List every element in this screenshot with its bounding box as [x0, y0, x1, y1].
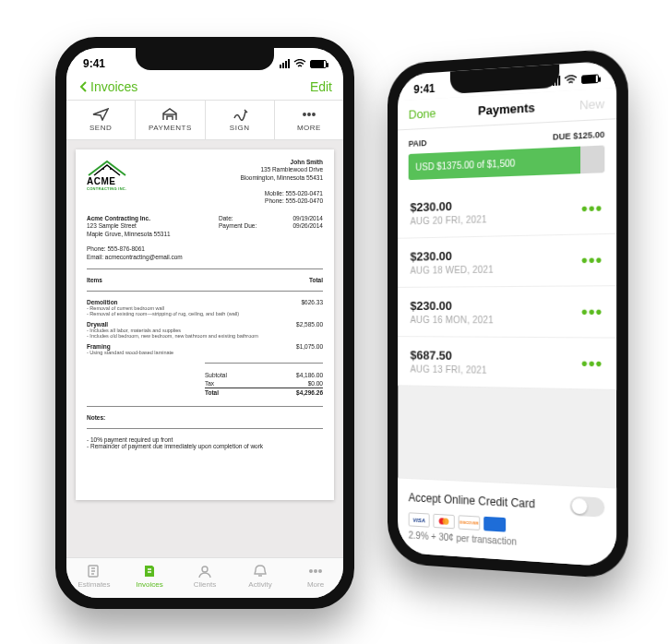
invoice-document[interactable]: ACME CONTRACTING INC. John Smith 135 Ram… [76, 149, 334, 500]
tax-value: $0.00 [308, 380, 323, 387]
notes-header: Notes: [87, 414, 323, 421]
item-amount: $1,075.00 [296, 343, 323, 350]
paid-label: PAID [409, 138, 427, 149]
tab-clients[interactable]: Clients [177, 564, 233, 589]
date-label: Date: [219, 215, 233, 222]
svg-point-1 [308, 113, 310, 115]
more-icon[interactable]: ••• [581, 205, 602, 211]
item-title: Framing [87, 343, 111, 350]
sign-button[interactable]: SIGN [206, 101, 275, 139]
due-label: Payment Due: [219, 222, 256, 230]
payment-date: AUG 18 WED, 2021 [411, 264, 494, 275]
company-addr1: 123 Sample Street [87, 222, 137, 229]
note-line: - Remainder of payment due immediately u… [87, 443, 323, 449]
more-icon[interactable]: ••• [581, 309, 602, 315]
svg-point-0 [304, 113, 305, 115]
tab-more[interactable]: More [288, 564, 343, 589]
payment-date: AUG 20 FRI, 2021 [411, 214, 487, 226]
company-email: Email: acmecontracting@email.com [87, 254, 183, 260]
wifi-icon [293, 59, 306, 68]
item-title: Drywall [87, 321, 108, 328]
svg-point-8 [315, 570, 317, 573]
back-button[interactable]: Invoices [78, 79, 137, 94]
back-label: Invoices [90, 79, 137, 94]
due-value: 09/26/2014 [292, 222, 323, 229]
svg-point-4 [110, 168, 112, 170]
svg-point-3 [102, 168, 104, 170]
client-phone: Phone: 555-020-0470 [265, 197, 323, 204]
payment-amount: $230.00 [411, 248, 494, 264]
logo-name: ACME [87, 177, 115, 186]
action-toolbar: SEND PAYMENTS SIGN MORE [66, 101, 343, 140]
payment-item[interactable]: $230.00 AUG 16 MON, 2021 ••• [398, 286, 616, 338]
items-header-total: Total [309, 277, 323, 283]
items-header: Items [87, 277, 102, 283]
battery-icon [581, 74, 599, 84]
nav-bar: Invoices Edit [66, 74, 343, 101]
phone-payments: 9:41 Done Payments New PAID DUE $125.00 [388, 48, 628, 580]
mastercard-icon [433, 514, 454, 530]
payment-progress: USD $1375.00 of $1,500 [409, 145, 605, 180]
amex-card-icon [483, 517, 506, 532]
paid-summary: PAID DUE $125.00 USD $1375.00 of $1,500 [398, 119, 616, 189]
item-desc: - Includes old bedroom, new bedroom, new… [87, 333, 323, 339]
svg-point-9 [319, 570, 322, 573]
company-addr2: Maple Grove, Minnesota 55311 [87, 231, 171, 237]
new-button[interactable]: New [579, 96, 604, 112]
date-value: 09/19/2014 [292, 215, 323, 221]
battery-icon [310, 60, 327, 68]
phone-notch [136, 48, 274, 70]
item-amount: $626.33 [302, 299, 324, 305]
accept-card-section: Accept Online Credit Card VISA DISCOVER … [398, 478, 616, 567]
status-time: 9:41 [413, 82, 435, 97]
tab-estimates[interactable]: Estimates [66, 564, 122, 589]
payment-date: AUG 13 FRI, 2021 [411, 364, 487, 375]
edit-button[interactable]: Edit [310, 79, 332, 94]
send-button[interactable]: SEND [66, 101, 136, 139]
tab-activity[interactable]: Activity [233, 564, 288, 589]
client-addr1: 135 Ramblewood Drive [260, 166, 323, 173]
wifi-icon [564, 75, 578, 85]
logo-sub: CONTRACTING INC. [87, 186, 126, 191]
client-mobile: Mobile: 555-020-0471 [265, 190, 323, 197]
status-time: 9:41 [83, 57, 105, 70]
total-value: $4,296.26 [296, 389, 323, 396]
more-icon[interactable]: ••• [581, 361, 602, 367]
accept-card-label: Accept Online Credit Card [409, 491, 535, 510]
payments-button[interactable]: PAYMENTS [136, 101, 205, 139]
payment-date: AUG 16 MON, 2021 [411, 315, 494, 325]
payments-list: $230.00 AUG 20 FRI, 2021 ••• $230.00 AUG… [398, 182, 616, 390]
sign-icon [232, 108, 248, 121]
tab-invoices[interactable]: Invoices [122, 564, 177, 589]
svg-point-6 [202, 566, 208, 572]
svg-point-7 [310, 570, 313, 573]
client-name: John Smith [291, 159, 323, 165]
subtotal-label: Subtotal [205, 372, 227, 378]
discover-card-icon: DISCOVER [459, 515, 481, 531]
company-phone: Phone: 555-876-8061 [87, 245, 145, 252]
due-label: DUE $125.00 [553, 129, 604, 141]
payment-item[interactable]: $230.00 AUG 18 WED, 2021 ••• [398, 234, 616, 288]
visa-card-icon: VISA [409, 512, 430, 527]
item-amount: $2,585.00 [296, 321, 323, 328]
note-line: - 10% payment required up front [87, 436, 323, 443]
tab-bar: Estimates Invoices Clients Activity More [66, 557, 343, 598]
more-icon [301, 108, 317, 121]
done-button[interactable]: Done [409, 106, 436, 122]
company-name: Acme Contracting Inc. [87, 215, 150, 221]
company-logo: ACME CONTRACTING INC. [87, 159, 127, 206]
item-desc: - Removal of existing room—stripping of … [87, 311, 323, 316]
more-button[interactable]: MORE [275, 101, 343, 139]
more-icon[interactable]: ••• [581, 256, 602, 263]
item-title: Demolition [87, 299, 118, 305]
payment-item[interactable]: $687.50 AUG 13 FRI, 2021 ••• [398, 337, 616, 390]
tax-label: Tax [205, 380, 214, 387]
payment-amount: $230.00 [411, 299, 494, 313]
progress-fill: USD $1375.00 of $1,500 [409, 147, 580, 180]
item-desc: - Using standard wood-based laminate [87, 350, 323, 355]
payment-item[interactable]: $230.00 AUG 20 FRI, 2021 ••• [398, 182, 616, 238]
send-icon [92, 108, 109, 121]
page-title: Payments [478, 101, 535, 118]
phone-invoice: 9:41 Invoices Edit SEND [55, 37, 354, 609]
accept-card-toggle[interactable] [570, 496, 605, 518]
